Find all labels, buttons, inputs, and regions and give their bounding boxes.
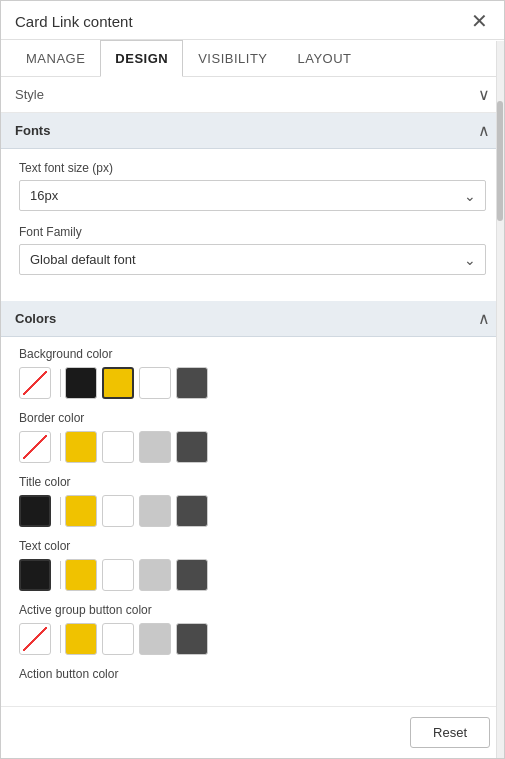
swatch-yellow[interactable] bbox=[65, 431, 97, 463]
fonts-label: Fonts bbox=[15, 123, 50, 138]
text-color-group: Text color bbox=[19, 539, 486, 591]
tab-manage[interactable]: MANAGE bbox=[11, 40, 100, 77]
active-group-button-color-label: Active group button color bbox=[19, 603, 486, 617]
swatch-yellow[interactable] bbox=[65, 623, 97, 655]
font-family-select[interactable]: Global default font Arial Georgia Times … bbox=[19, 244, 486, 275]
swatch-white[interactable] bbox=[102, 431, 134, 463]
swatch-white[interactable] bbox=[139, 367, 171, 399]
swatch-white[interactable] bbox=[102, 623, 134, 655]
style-label: Style bbox=[15, 87, 44, 102]
active-group-button-color-group: Active group button color bbox=[19, 603, 486, 655]
swatch-black[interactable] bbox=[19, 559, 51, 591]
background-color-group: Background color bbox=[19, 347, 486, 399]
swatch-yellow[interactable] bbox=[65, 495, 97, 527]
title-color-swatches bbox=[19, 495, 486, 527]
style-section-row[interactable]: Style ∨ bbox=[1, 77, 504, 113]
swatch-lightgray[interactable] bbox=[139, 495, 171, 527]
title-color-label: Title color bbox=[19, 475, 486, 489]
panel-header: Card Link content ✕ bbox=[1, 1, 504, 40]
swatch-darkgray[interactable] bbox=[176, 495, 208, 527]
colors-label: Colors bbox=[15, 311, 56, 326]
swatch-white[interactable] bbox=[102, 495, 134, 527]
font-family-wrapper: Global default font Arial Georgia Times … bbox=[19, 244, 486, 275]
text-color-label: Text color bbox=[19, 539, 486, 553]
title-color-group: Title color bbox=[19, 475, 486, 527]
text-color-swatches bbox=[19, 559, 486, 591]
swatch-none[interactable] bbox=[19, 623, 51, 655]
style-chevron: ∨ bbox=[478, 85, 490, 104]
reset-button[interactable]: Reset bbox=[410, 717, 490, 748]
tab-design[interactable]: DESIGN bbox=[100, 40, 183, 77]
active-group-button-color-swatches bbox=[19, 623, 486, 655]
swatch-black[interactable] bbox=[65, 367, 97, 399]
swatch-none[interactable] bbox=[19, 431, 51, 463]
panel: Card Link content ✕ MANAGE DESIGN VISIBI… bbox=[0, 0, 505, 759]
text-font-size-label: Text font size (px) bbox=[19, 161, 486, 175]
swatch-darkgray[interactable] bbox=[176, 431, 208, 463]
close-button[interactable]: ✕ bbox=[469, 11, 490, 31]
colors-section-header[interactable]: Colors ∧ bbox=[1, 301, 504, 337]
tabs-bar: MANAGE DESIGN VISIBILITY LAYOUT bbox=[1, 40, 504, 77]
tab-layout[interactable]: LAYOUT bbox=[283, 40, 367, 77]
swatch-white[interactable] bbox=[102, 559, 134, 591]
border-color-label: Border color bbox=[19, 411, 486, 425]
swatch-none[interactable] bbox=[19, 367, 51, 399]
panel-title: Card Link content bbox=[15, 13, 133, 30]
reset-row: Reset bbox=[1, 706, 504, 758]
tab-visibility[interactable]: VISIBILITY bbox=[183, 40, 282, 77]
swatch-divider bbox=[60, 369, 61, 397]
swatch-divider bbox=[60, 433, 61, 461]
background-color-swatches bbox=[19, 367, 486, 399]
font-family-label: Font Family bbox=[19, 225, 486, 239]
border-color-group: Border color bbox=[19, 411, 486, 463]
swatch-lightgray[interactable] bbox=[139, 431, 171, 463]
text-font-size-wrapper: 16px 12px 14px 18px 20px 24px ⌄ bbox=[19, 180, 486, 211]
swatch-yellow[interactable] bbox=[65, 559, 97, 591]
swatch-lightgray[interactable] bbox=[139, 559, 171, 591]
fonts-section-header[interactable]: Fonts ∧ bbox=[1, 113, 504, 149]
swatch-darkgray[interactable] bbox=[176, 559, 208, 591]
colors-content: Background color Border color bbox=[1, 337, 504, 709]
swatch-yellow[interactable] bbox=[102, 367, 134, 399]
action-button-color-label: Action button color bbox=[19, 667, 486, 681]
swatch-black[interactable] bbox=[19, 495, 51, 527]
background-color-label: Background color bbox=[19, 347, 486, 361]
scrollbar-thumb[interactable] bbox=[497, 101, 503, 221]
swatch-darkgray[interactable] bbox=[176, 623, 208, 655]
colors-chevron: ∧ bbox=[478, 309, 490, 328]
swatch-darkgray[interactable] bbox=[176, 367, 208, 399]
action-button-color-group: Action button color bbox=[19, 667, 486, 681]
swatch-divider bbox=[60, 561, 61, 589]
swatch-lightgray[interactable] bbox=[139, 623, 171, 655]
fonts-content: Text font size (px) 16px 12px 14px 18px … bbox=[1, 149, 504, 301]
text-font-size-select[interactable]: 16px 12px 14px 18px 20px 24px bbox=[19, 180, 486, 211]
swatch-divider bbox=[60, 497, 61, 525]
scrollbar[interactable] bbox=[496, 41, 504, 758]
border-color-swatches bbox=[19, 431, 486, 463]
swatch-divider bbox=[60, 625, 61, 653]
fonts-chevron: ∧ bbox=[478, 121, 490, 140]
